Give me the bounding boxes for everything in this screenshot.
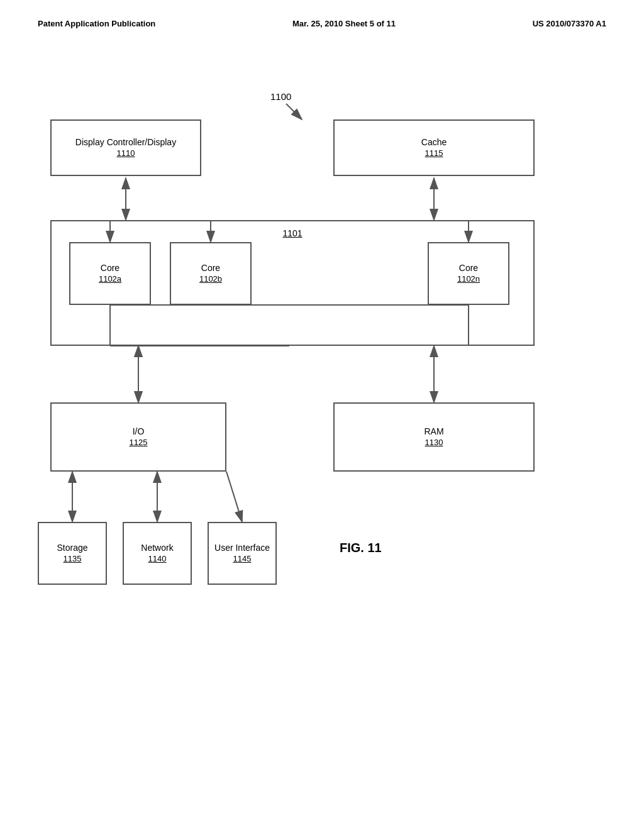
processor-number: 1101 — [282, 228, 302, 239]
storage-label: Storage — [57, 542, 87, 553]
storage-box: Storage 1135 — [38, 522, 107, 585]
display-controller-box: Display Controller/Display 1110 — [50, 119, 201, 176]
fig-label: FIG. 11 — [340, 541, 382, 555]
core-a-label: Core — [101, 262, 119, 274]
core-b-box: Core 1102b — [170, 242, 252, 305]
core-b-number: 1102b — [199, 274, 222, 285]
core-a-box: Core 1102a — [69, 242, 151, 305]
core-a-number: 1102a — [99, 274, 121, 285]
ram-label: RAM — [424, 426, 443, 437]
system-number-label: 1100 — [270, 91, 291, 102]
cache-box: Cache 1115 — [333, 119, 535, 176]
display-controller-label: Display Controller/Display — [75, 136, 176, 148]
ram-box: RAM 1130 — [333, 402, 535, 472]
user-interface-label: User Interface — [214, 542, 270, 553]
cache-number: 1115 — [425, 148, 443, 159]
header-center: Mar. 25, 2010 Sheet 5 of 11 — [292, 19, 396, 28]
ram-number: 1130 — [425, 438, 443, 448]
core-n-box: Core 1102n — [428, 242, 509, 305]
svg-line-3 — [286, 104, 302, 119]
core-n-number: 1102n — [457, 274, 480, 285]
network-box: Network 1140 — [123, 522, 192, 585]
header-left: Patent Application Publication — [38, 19, 155, 28]
page-header: Patent Application Publication Mar. 25, … — [0, 0, 644, 28]
network-number: 1140 — [148, 554, 167, 565]
io-box: I/O 1125 — [50, 402, 226, 472]
cache-label: Cache — [421, 136, 447, 148]
user-interface-number: 1145 — [233, 554, 252, 565]
storage-number: 1135 — [64, 554, 82, 565]
header-right: US 2010/073370 A1 — [533, 19, 606, 28]
io-label: I/O — [133, 426, 145, 437]
svg-line-15 — [226, 472, 242, 522]
diagram-area: 1100 Display Controller/Display 1110 Cac… — [0, 63, 644, 830]
core-b-label: Core — [201, 262, 220, 274]
user-interface-box: User Interface 1145 — [208, 522, 277, 585]
io-number: 1125 — [130, 438, 148, 448]
network-label: Network — [141, 542, 173, 553]
display-controller-number: 1110 — [117, 148, 135, 159]
core-n-label: Core — [459, 262, 478, 274]
